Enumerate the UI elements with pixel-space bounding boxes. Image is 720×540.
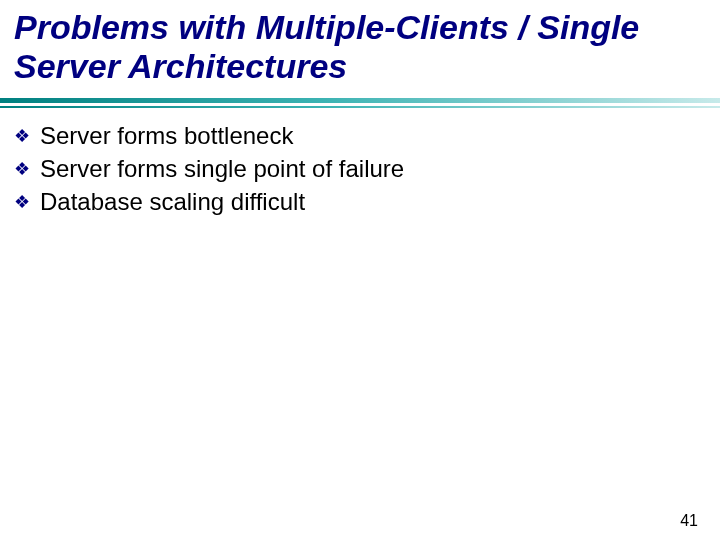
list-item: ❖ Database scaling difficult (14, 186, 706, 217)
bullet-icon: ❖ (14, 125, 30, 148)
bullet-text: Database scaling difficult (40, 186, 305, 217)
bullet-icon: ❖ (14, 158, 30, 181)
slide: Problems with Multiple-Clients / Single … (0, 0, 720, 540)
bullet-text: Server forms single point of failure (40, 153, 404, 184)
bullet-icon: ❖ (14, 191, 30, 214)
slide-title: Problems with Multiple-Clients / Single … (14, 8, 706, 86)
list-item: ❖ Server forms single point of failure (14, 153, 706, 184)
slide-body: ❖ Server forms bottleneck ❖ Server forms… (14, 120, 706, 220)
page-number: 41 (680, 512, 698, 530)
bullet-text: Server forms bottleneck (40, 120, 293, 151)
title-divider (0, 98, 720, 108)
list-item: ❖ Server forms bottleneck (14, 120, 706, 151)
